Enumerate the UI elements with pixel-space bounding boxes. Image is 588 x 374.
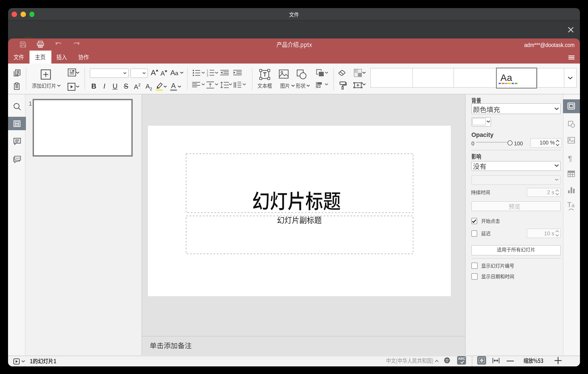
svg-text:3: 3 xyxy=(207,74,208,77)
